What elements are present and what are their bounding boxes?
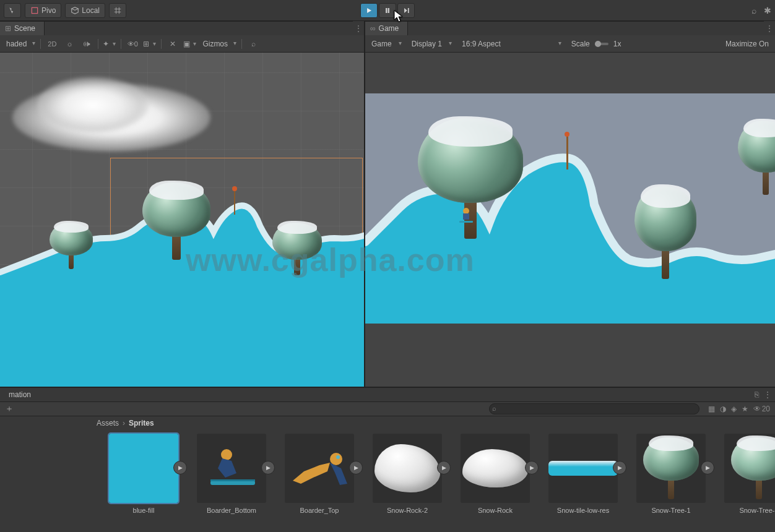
- project-panel: mation ⎘ ⋮ ＋ ⌕ ▦ ◑ ◈ ★ 👁20 Assets › Spri…: [0, 387, 775, 531]
- scene-tab-icon: ⊞: [5, 24, 11, 33]
- game-tree-sprite: [738, 121, 775, 195]
- mode-2d-toggle[interactable]: 2D: [45, 38, 59, 50]
- breadcrumb-separator: ›: [123, 419, 125, 427]
- tools-icon[interactable]: ✕: [165, 38, 180, 50]
- project-search-icon: ⌕: [492, 405, 496, 412]
- pause-button[interactable]: [379, 3, 396, 18]
- pivot-toggle[interactable]: Pivo: [25, 3, 61, 18]
- svg-rect-3: [459, 221, 473, 223]
- game-tree-sprite: [634, 186, 696, 279]
- hidden-icon[interactable]: 👁0: [125, 38, 140, 50]
- asset-item[interactable]: Snow-Rock ▶: [458, 434, 532, 514]
- tree-sprite: [142, 182, 210, 260]
- svg-rect-0: [32, 7, 37, 13]
- expand-icon[interactable]: ▶: [525, 461, 539, 474]
- game-tab-label: Game: [379, 24, 399, 33]
- tree-sprite: [50, 223, 93, 269]
- game-toolbar: Game Display 1 16:9 Aspect Scale 1x Maxi…: [365, 35, 775, 53]
- search-icon[interactable]: ⌕: [751, 6, 756, 15]
- game-pole-sprite: [566, 135, 568, 169]
- hidden-count[interactable]: 👁20: [753, 405, 770, 413]
- lock-icon[interactable]: ⎘: [755, 390, 759, 399]
- top-toolbar: Pivo Local ⌕ ✱: [0, 0, 775, 21]
- local-label: Local: [82, 6, 100, 15]
- scene-tab-menu[interactable]: ⋮: [353, 21, 364, 35]
- filter-type-icon[interactable]: ◑: [720, 405, 726, 413]
- svg-rect-2: [463, 213, 469, 220]
- game-target-dropdown[interactable]: Game: [371, 40, 403, 48]
- display-dropdown[interactable]: Display 1: [412, 40, 453, 48]
- breadcrumb-current[interactable]: Sprites: [129, 419, 154, 427]
- game-tab-icon: ∞: [370, 24, 376, 33]
- lighting-icon[interactable]: ☼: [62, 38, 77, 50]
- project-toolbar: ＋ ⌕ ▦ ◑ ◈ ★ 👁20: [0, 401, 775, 416]
- shading-dropdown[interactable]: haded: [4, 38, 37, 49]
- scene-viewport[interactable]: [0, 53, 364, 387]
- player-sprite: [457, 205, 475, 223]
- expand-icon[interactable]: ▶: [437, 461, 451, 474]
- step-button[interactable]: [397, 3, 415, 18]
- panel-menu-icon[interactable]: ⋮: [764, 390, 771, 399]
- expand-icon[interactable]: ▶: [349, 461, 363, 474]
- expand-icon[interactable]: ▶: [701, 461, 714, 474]
- game-panel: Game Display 1 16:9 Aspect Scale 1x Maxi…: [365, 35, 775, 387]
- scene-tab-label: Scene: [14, 24, 35, 33]
- scene-search-icon[interactable]: ⌕: [246, 38, 261, 50]
- game-viewport[interactable]: [365, 53, 775, 387]
- asset-item[interactable]: blue-fill ▶: [106, 434, 181, 514]
- expand-icon[interactable]: ▶: [173, 461, 187, 474]
- svg-rect-6: [210, 479, 255, 481]
- pivot-label: Pivo: [41, 6, 56, 15]
- svg-rect-5: [210, 481, 255, 485]
- local-toggle[interactable]: Local: [65, 3, 105, 18]
- animation-tab[interactable]: mation: [4, 389, 36, 400]
- play-button[interactable]: [360, 3, 378, 18]
- scene-panel: haded 2D ☼ 🕪 ✦ 👁0 ⊞ ✕ ▣ Gizmos ⌕: [0, 35, 365, 387]
- expand-icon[interactable]: ▶: [261, 461, 275, 474]
- game-tab-menu[interactable]: ⋮: [764, 21, 775, 35]
- fx-dropdown[interactable]: ✦: [102, 38, 117, 50]
- scene-tab[interactable]: ⊞ Scene: [0, 21, 45, 35]
- grid-dropdown[interactable]: ⊞: [142, 38, 157, 50]
- filter-label-icon[interactable]: ◈: [731, 405, 737, 413]
- asset-item[interactable]: Boarder_Bottom ▶: [194, 434, 269, 514]
- asset-item[interactable]: Boarder_Top ▶: [282, 434, 357, 514]
- add-icon[interactable]: ＋: [5, 403, 14, 414]
- asset-item[interactable]: Snow-Tree-2 ▶: [722, 434, 775, 514]
- maximize-toggle[interactable]: Maximize On: [725, 40, 769, 48]
- grid-snap-icon[interactable]: [109, 3, 126, 18]
- asset-item[interactable]: Snow-Tree-1 ▶: [634, 434, 708, 514]
- scale-slider[interactable]: [595, 43, 608, 45]
- scene-toolbar: haded 2D ☼ 🕪 ✦ 👁0 ⊞ ✕ ▣ Gizmos ⌕: [0, 35, 364, 53]
- favorite-icon[interactable]: ★: [742, 405, 748, 413]
- tool-hand-icon[interactable]: [4, 3, 21, 18]
- breadcrumb: Assets › Sprites: [0, 416, 775, 430]
- aspect-dropdown[interactable]: 16:9 Aspect: [462, 40, 563, 48]
- scale-label: Scale: [571, 40, 590, 48]
- project-search-input[interactable]: [489, 403, 699, 414]
- camera-dropdown[interactable]: ▣: [183, 38, 197, 50]
- filter-icon[interactable]: ▦: [708, 405, 715, 413]
- svg-point-8: [336, 455, 340, 459]
- expand-icon[interactable]: ▶: [613, 461, 626, 474]
- svg-point-1: [463, 208, 469, 214]
- game-tab[interactable]: ∞ Game: [365, 21, 408, 35]
- tree-sprite: [272, 223, 322, 275]
- scale-value: 1x: [613, 40, 621, 48]
- svg-point-7: [330, 453, 342, 465]
- gizmos-dropdown[interactable]: Gizmos: [200, 38, 238, 49]
- breadcrumb-root[interactable]: Assets: [97, 419, 119, 427]
- assets-grid: blue-fill ▶ Boarder_Bottom ▶ Boarder_Top…: [0, 430, 775, 531]
- audio-icon[interactable]: 🕪: [79, 38, 94, 50]
- asset-item[interactable]: Snow-tile-low-res ▶: [546, 434, 620, 514]
- snowflake-icon[interactable]: ✱: [764, 6, 771, 15]
- asset-item[interactable]: Snow-Rock-2 ▶: [370, 434, 444, 514]
- pole-sprite: [234, 190, 235, 215]
